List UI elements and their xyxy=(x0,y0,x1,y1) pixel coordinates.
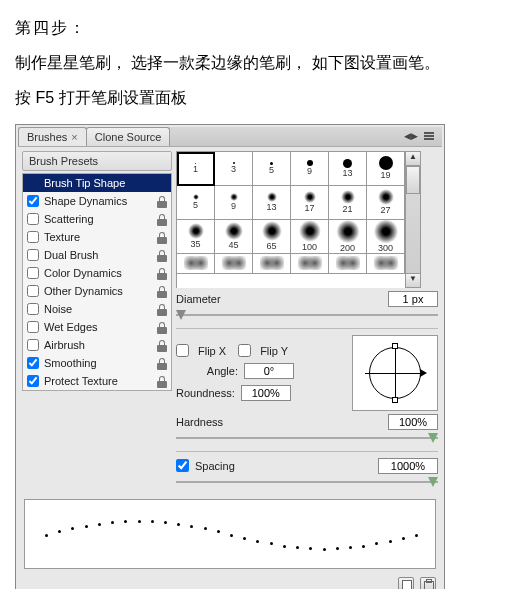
brush-swatch[interactable]: 100 xyxy=(291,220,329,254)
brush-swatch[interactable] xyxy=(367,254,405,274)
hardness-slider[interactable] xyxy=(176,435,438,441)
option-dual-brush[interactable]: Dual Brush xyxy=(23,246,171,264)
brush-texture-icon xyxy=(222,256,246,270)
tab-clone-source[interactable]: Clone Source xyxy=(86,127,171,146)
brush-swatch[interactable]: 65 xyxy=(253,220,291,254)
checkbox-texture[interactable] xyxy=(27,231,39,243)
instruction-step: 第四步： xyxy=(15,10,491,45)
tutorial-instructions: 第四步： 制作星星笔刷， 选择一款柔边缘的笔刷， 如下图设置画笔。 按 F5 打… xyxy=(15,10,491,116)
checkbox-noise[interactable] xyxy=(27,303,39,315)
preview-dot xyxy=(362,545,365,548)
checkbox-color-dynamics[interactable] xyxy=(27,267,39,279)
option-texture[interactable]: Texture xyxy=(23,228,171,246)
option-smoothing[interactable]: Smoothing xyxy=(23,354,171,372)
preview-dot xyxy=(45,534,48,537)
option-label: Scattering xyxy=(44,213,94,225)
brush-swatch[interactable] xyxy=(253,254,291,274)
checkbox-spacing[interactable] xyxy=(176,459,189,472)
option-label: Texture xyxy=(44,231,80,243)
tab-brushes[interactable]: Brushes× xyxy=(18,127,87,146)
brush-swatch[interactable]: 300 xyxy=(367,220,405,254)
checkbox-smoothing[interactable] xyxy=(27,357,39,369)
flip-row: Flip X Flip Y xyxy=(176,344,294,357)
collapse-arrow-icon[interactable]: ◀▶ xyxy=(404,131,418,141)
checkbox-protect-texture[interactable] xyxy=(27,375,39,387)
angle-input[interactable] xyxy=(244,363,294,379)
option-shape-dynamics[interactable]: Shape Dynamics xyxy=(23,192,171,210)
option-protect-texture[interactable]: Protect Texture xyxy=(23,372,171,390)
checkbox-wet-edges[interactable] xyxy=(27,321,39,333)
option-color-dynamics[interactable]: Color Dynamics xyxy=(23,264,171,282)
roundness-handle-icon[interactable] xyxy=(392,397,398,403)
brush-texture-icon xyxy=(184,256,208,270)
brush-swatch[interactable]: 3 xyxy=(215,152,253,186)
preview-dot xyxy=(375,542,378,545)
brush-swatch[interactable]: 5 xyxy=(253,152,291,186)
new-brush-icon[interactable] xyxy=(398,577,414,589)
brush-swatch[interactable]: 27 xyxy=(367,186,405,220)
diameter-input[interactable] xyxy=(388,291,438,307)
option-other-dynamics[interactable]: Other Dynamics xyxy=(23,282,171,300)
option-scattering[interactable]: Scattering xyxy=(23,210,171,228)
preview-dot xyxy=(323,548,326,551)
brush-presets-button[interactable]: Brush Presets xyxy=(22,151,172,171)
option-airbrush[interactable]: Airbrush xyxy=(23,336,171,354)
preview-dot xyxy=(217,530,220,533)
spacing-input[interactable] xyxy=(378,458,438,474)
brush-swatch[interactable] xyxy=(291,254,329,274)
brush-swatch[interactable]: 200 xyxy=(329,220,367,254)
brush-texture-icon xyxy=(374,256,398,270)
brush-soft-icon xyxy=(299,220,321,242)
brush-swatch[interactable]: 45 xyxy=(215,220,253,254)
brush-swatch[interactable]: 5 xyxy=(177,186,215,220)
trash-icon[interactable] xyxy=(420,577,436,589)
checkbox-flip-y[interactable] xyxy=(238,344,251,357)
diameter-slider[interactable] xyxy=(176,312,438,318)
angle-widget[interactable] xyxy=(352,335,438,411)
scroll-thumb[interactable] xyxy=(406,166,420,194)
brush-swatch[interactable] xyxy=(215,254,253,274)
flip-y-label: Flip Y xyxy=(260,345,288,357)
option-label: Shape Dynamics xyxy=(44,195,127,207)
brush-swatch[interactable]: 13 xyxy=(253,186,291,220)
slider-thumb-icon[interactable] xyxy=(176,310,186,320)
checkbox-dual-brush[interactable] xyxy=(27,249,39,261)
angle-label: Angle: xyxy=(176,365,238,377)
lock-icon xyxy=(157,250,167,262)
checkbox-other-dynamics[interactable] xyxy=(27,285,39,297)
checkbox-flip-x[interactable] xyxy=(176,344,189,357)
scroll-down-icon[interactable]: ▼ xyxy=(406,273,420,287)
option-wet-edges[interactable]: Wet Edges xyxy=(23,318,171,336)
option-noise[interactable]: Noise xyxy=(23,300,171,318)
lock-icon xyxy=(157,268,167,280)
option-label: Other Dynamics xyxy=(44,285,123,297)
option-brush-tip-shape[interactable]: Brush Tip Shape xyxy=(23,174,171,192)
brush-swatch[interactable]: 1 xyxy=(177,152,215,186)
close-icon[interactable]: × xyxy=(71,131,77,143)
brush-swatch[interactable]: 19 xyxy=(367,152,405,186)
preview-dot xyxy=(389,540,392,543)
angle-canvas[interactable] xyxy=(365,343,425,403)
checkbox-scattering[interactable] xyxy=(27,213,39,225)
brush-scrollbar[interactable]: ▲ ▼ xyxy=(405,151,421,288)
checkbox-airbrush[interactable] xyxy=(27,339,39,351)
brush-swatch[interactable]: 9 xyxy=(291,152,329,186)
slider-thumb-icon[interactable] xyxy=(428,477,438,487)
hardness-input[interactable] xyxy=(388,414,438,430)
roundness-handle-icon[interactable] xyxy=(392,343,398,349)
spacing-slider[interactable] xyxy=(176,479,438,485)
roundness-input[interactable] xyxy=(241,385,291,401)
brush-swatch[interactable]: 35 xyxy=(177,220,215,254)
brush-swatch[interactable] xyxy=(177,254,215,274)
slider-thumb-icon[interactable] xyxy=(428,433,438,443)
brush-swatch[interactable]: 13 xyxy=(329,152,367,186)
panel-menu-icon[interactable] xyxy=(422,129,438,143)
brush-swatch[interactable]: 9 xyxy=(215,186,253,220)
tab-label: Brushes xyxy=(27,131,67,143)
preview-dot xyxy=(58,530,61,533)
scroll-up-icon[interactable]: ▲ xyxy=(406,152,420,166)
brush-swatch[interactable]: 17 xyxy=(291,186,329,220)
brush-swatch[interactable] xyxy=(329,254,367,274)
brush-swatch[interactable]: 21 xyxy=(329,186,367,220)
checkbox-shape-dynamics[interactable] xyxy=(27,195,39,207)
